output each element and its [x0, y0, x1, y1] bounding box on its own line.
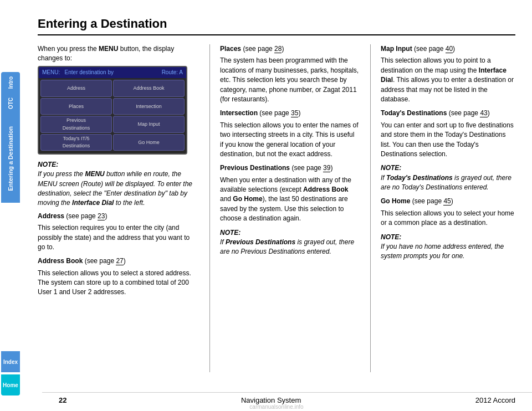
prev-dest-heading: Previous Destinations (see page 39) [220, 163, 359, 173]
address-heading: Address (see page 23) [38, 212, 198, 221]
tab-otc-label: OTC [8, 97, 14, 109]
note-prev-dest-block: NOTE: If Previous Destinations is grayed… [220, 228, 359, 257]
menu-btn-address-book[interactable]: Address Book [113, 80, 185, 97]
menu-btn-go-home[interactable]: Go Home [113, 134, 185, 151]
tab-index-label: Index [3, 359, 18, 365]
content-body: When you press the MENU button, the disp… [38, 44, 515, 372]
tab-index[interactable]: Index [1, 351, 20, 372]
places-heading: Places (see page 28) [220, 44, 359, 54]
map-input-body: This selection allows you to point to a … [381, 56, 515, 104]
footer: 22 Navigation System 2012 Accord [42, 392, 532, 404]
middle-column: Places (see page 28) The system has been… [209, 44, 359, 372]
left-column: When you press the MENU button, the disp… [38, 44, 198, 372]
tab-entering-destination[interactable]: Entering a Destination [1, 114, 20, 203]
note-intro-block: NOTE: If you press the MENU button while… [38, 160, 198, 208]
menu-screen-image: MENU: Enter destination by Route: A Addr… [38, 66, 187, 155]
go-home-body: This selection allows you to select your… [381, 209, 515, 228]
tab-intro[interactable]: Intro [1, 72, 20, 93]
menu-btn-places[interactable]: Places [40, 98, 112, 115]
menu-bar: MENU: Enter destination by Route: A [39, 67, 186, 79]
map-input-page-ref[interactable]: 40 [446, 45, 453, 53]
note-go-home-block: NOTE: If you have no home address entere… [381, 233, 515, 261]
intro-text: When you press the MENU button, the disp… [38, 44, 198, 64]
menu-btn-previous-dest[interactable]: PreviousDestinations [40, 116, 112, 133]
go-home-page-ref[interactable]: 45 [443, 197, 451, 206]
tab-home-label: Home [3, 382, 18, 388]
note-todays-dest-text: If Today's Destinations is grayed out, t… [381, 174, 511, 191]
places-body: The system has been programmed with the … [220, 56, 359, 104]
todays-dest-heading: Today's Destinations (see page 43) [381, 109, 515, 118]
note-todays-dest-block: NOTE: If Today's Destinations is grayed … [381, 163, 515, 192]
map-input-heading: Map Input (see page 40) [381, 44, 515, 54]
menu-btn-todays[interactable]: Today's IT/5Destinations [40, 134, 112, 151]
prev-dest-page-ref[interactable]: 39 [323, 164, 330, 172]
menu-btn-intersection[interactable]: Intersection [113, 98, 185, 115]
right-column: Map Input (see page 40) This selection a… [370, 44, 515, 372]
menu-grid: Address Address Book Places Intersection… [39, 78, 186, 152]
address-book-body: This selection allows you to select a st… [38, 269, 198, 297]
menu-btn-address[interactable]: Address [40, 80, 112, 97]
page-title: Entering a Destination [38, 17, 515, 35]
note-prev-dest-text: If Previous Destinations is grayed out, … [220, 238, 354, 255]
intersection-page-ref[interactable]: 35 [291, 109, 298, 117]
go-home-heading: Go Home (see page 45) [381, 197, 515, 206]
intersection-heading: Intersection (see page 35) [220, 109, 359, 118]
tab-otc[interactable]: OTC [1, 93, 20, 114]
prev-dest-body: When you enter a destination with any of… [220, 176, 359, 224]
menu-bold: MENU [99, 45, 118, 53]
note-todays-dest-label: NOTE: [381, 164, 401, 172]
tab-entering-label: Entering a Destination [7, 126, 14, 191]
intersection-body: This selection allows you to enter the n… [220, 121, 359, 160]
footer-model: 2012 Accord [475, 396, 515, 404]
address-book-heading: Address Book (see page 27) [38, 256, 198, 266]
places-page-ref[interactable]: 28 [274, 45, 282, 53]
note-intro-text: If you press the MENU button while en ro… [38, 170, 192, 207]
todays-dest-body: You can enter and sort up to five destin… [381, 121, 515, 160]
footer-page-number: 22 [59, 396, 66, 404]
note-intro-label: NOTE: [38, 161, 58, 168]
note-go-home-text: If you have no home address entered, the… [381, 243, 504, 260]
address-page-ref[interactable]: 23 [98, 212, 105, 220]
note-prev-dest-label: NOTE: [220, 229, 241, 237]
footer-nav-label: Navigation System [241, 396, 301, 404]
note-go-home-label: NOTE: [381, 233, 401, 241]
tab-intro-label: Intro [8, 76, 14, 89]
tab-home[interactable]: Home [1, 374, 20, 395]
menu-bar-route: Route: A [162, 69, 183, 77]
menu-bar-title: MENU: Enter destination by [42, 69, 114, 77]
sidebar: Intro OTC Entering a Destination Index H… [0, 0, 21, 411]
watermark: carmanualsonline.info [21, 404, 532, 411]
menu-btn-map-input[interactable]: Map Input [113, 116, 185, 133]
address-book-page-ref[interactable]: 27 [116, 257, 123, 265]
todays-dest-page-ref[interactable]: 43 [480, 109, 487, 117]
main-content: Entering a Destination When you press th… [21, 0, 532, 411]
address-body: This selection requires you to enter the… [38, 223, 198, 252]
